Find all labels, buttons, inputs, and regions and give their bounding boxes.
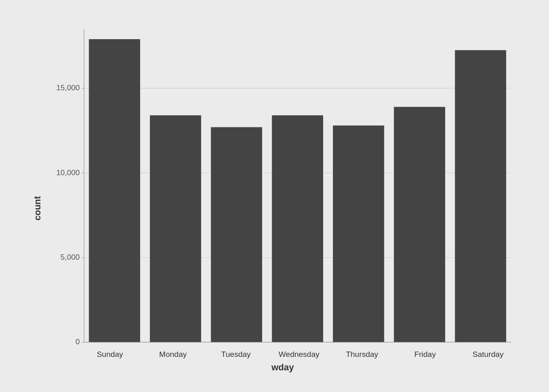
- bar-saturday: [455, 50, 506, 342]
- x-label-sunday: Sunday: [78, 347, 141, 359]
- bar-friday: [394, 107, 445, 342]
- plot-area: 05,00010,00015,000: [46, 20, 520, 347]
- bar-thursday: [333, 125, 384, 342]
- x-axis-container: SundayMondayTuesdayWednesdayThursdayFrid…: [46, 347, 520, 373]
- chart-area: count 05,00010,00015,000 SundayMondayTue…: [29, 20, 520, 372]
- x-label-monday: Monday: [141, 347, 204, 359]
- x-labels: SundayMondayTuesdayWednesdayThursdayFrid…: [46, 347, 520, 359]
- grid-and-bars: 05,00010,00015,000: [50, 20, 520, 347]
- x-label-friday: Friday: [393, 347, 456, 359]
- y-axis-label: count: [29, 20, 46, 372]
- svg-text:0: 0: [76, 337, 80, 346]
- svg-text:15,000: 15,000: [56, 83, 80, 92]
- x-label-saturday: Saturday: [457, 347, 520, 359]
- chart-container: count 05,00010,00015,000 SundayMondayTue…: [0, 0, 549, 392]
- bar-chart-svg: 05,00010,00015,000: [50, 20, 520, 347]
- x-label-thursday: Thursday: [330, 347, 393, 359]
- x-label-tuesday: Tuesday: [205, 347, 268, 359]
- svg-text:10,000: 10,000: [56, 168, 80, 177]
- bar-sunday: [89, 39, 140, 342]
- bar-tuesday: [211, 127, 262, 342]
- svg-text:5,000: 5,000: [60, 253, 80, 261]
- bar-wednesday: [272, 115, 323, 342]
- bar-monday: [150, 115, 201, 342]
- chart-inner: 05,00010,00015,000 SundayMondayTuesdayWe…: [46, 20, 520, 372]
- x-label-wednesday: Wednesday: [268, 347, 330, 359]
- x-axis-title: wday: [271, 362, 294, 373]
